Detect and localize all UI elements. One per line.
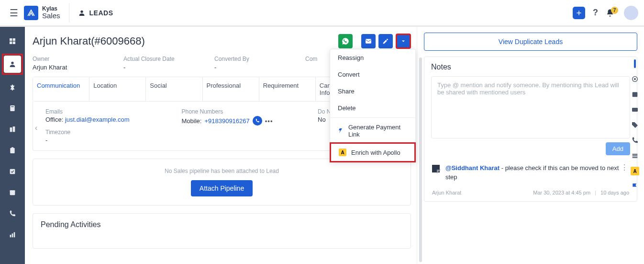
phone-link[interactable]: +918390916267	[204, 117, 249, 125]
rs-icon-target[interactable]	[631, 75, 639, 83]
rail-deals[interactable]	[4, 79, 21, 96]
phone-label: Phone Numbers	[182, 108, 318, 115]
note-age: 10 days ago	[600, 190, 629, 195]
right-panel: View Duplicate Leads Notes Type @ mentio…	[417, 27, 644, 264]
svg-rect-9	[13, 126, 15, 132]
notes-title: Notes	[431, 63, 630, 71]
rail-approve[interactable]	[4, 163, 21, 180]
rail-reports[interactable]	[4, 226, 21, 243]
svg-point-5	[11, 62, 13, 64]
attach-pipeline-button[interactable]: Attach Pipeline	[191, 180, 253, 196]
rs-icon-phone[interactable]	[631, 136, 639, 145]
rs-icon-calendar[interactable]	[631, 90, 639, 99]
rail-contacts[interactable]	[4, 100, 21, 117]
dd-convert[interactable]: Convert	[330, 66, 415, 83]
right-strip: A	[628, 59, 642, 191]
rail-calendar[interactable]	[4, 184, 21, 201]
rail-dashboard[interactable]	[4, 33, 21, 50]
svg-rect-12	[10, 169, 15, 174]
create-button[interactable]	[573, 7, 585, 19]
nav-leads[interactable]: LEADS	[78, 9, 113, 17]
dd-payment-link[interactable]: Generate Payment Link	[330, 119, 415, 143]
note-author: Arjun Kharat	[432, 190, 461, 195]
topbar: ☰ Kylas Sales LEADS ? 7	[0, 0, 644, 27]
nav-leads-label: LEADS	[89, 9, 113, 17]
view-duplicates-button[interactable]: View Duplicate Leads	[424, 33, 637, 51]
note-menu-icon[interactable]: ⋮	[621, 163, 628, 172]
pipeline-box: No Sales pipeline has been attached to L…	[33, 159, 411, 206]
razorpay-icon	[338, 128, 344, 134]
divider	[69, 3, 69, 23]
svg-rect-1	[10, 38, 12, 41]
tab-communication[interactable]: Communication	[33, 77, 89, 101]
svg-rect-22	[632, 108, 638, 112]
note-text: @Siddhant Kharat - please check if this …	[445, 164, 629, 182]
notif-badge: 7	[611, 7, 618, 14]
dd-share[interactable]: Share	[330, 83, 415, 100]
svg-rect-2	[13, 38, 15, 41]
actions-dropdown-button[interactable]	[396, 34, 411, 49]
svg-point-0	[80, 10, 83, 12]
tab-requirement[interactable]: Requirement	[259, 77, 316, 101]
svg-rect-21	[633, 92, 638, 97]
brand-sub: Sales	[42, 12, 60, 20]
dd-reassign[interactable]: Reassign	[330, 49, 415, 66]
person-icon	[78, 9, 86, 17]
svg-rect-8	[10, 127, 12, 132]
rs-icon-tag[interactable]	[631, 121, 639, 129]
add-note-button[interactable]: Add	[606, 142, 630, 155]
email-button[interactable]	[361, 34, 376, 48]
rail-companies[interactable]	[4, 121, 21, 138]
rs-icon-apollo[interactable]: A	[631, 167, 639, 175]
avatar[interactable]	[624, 6, 638, 20]
notes-input[interactable]: Type @ mention and notify someone. By me…	[431, 76, 630, 138]
scrollbar[interactable]	[419, 57, 422, 262]
svg-rect-18	[366, 39, 371, 43]
left-rail	[0, 27, 25, 264]
tz-value: -	[45, 137, 182, 144]
pending-activities: Pending Activities	[33, 213, 411, 249]
email-link[interactable]: just.dial@example.com	[65, 116, 130, 123]
tab-social[interactable]: Social	[146, 77, 202, 101]
notifications-button[interactable]: 7	[606, 9, 614, 17]
svg-rect-16	[12, 233, 13, 237]
hamburger-icon[interactable]: ☰	[6, 3, 22, 23]
owner-value: Arjun Kharat	[33, 64, 114, 71]
edit-button[interactable]	[378, 34, 393, 48]
pipeline-empty-msg: No Sales pipeline has been attached to L…	[42, 168, 402, 174]
svg-rect-3	[10, 42, 12, 44]
note-icon	[432, 165, 440, 172]
rail-leads-highlight	[2, 54, 23, 75]
whatsapp-button[interactable]	[338, 34, 353, 48]
rail-calls[interactable]	[4, 205, 21, 222]
tab-location[interactable]: Location	[89, 77, 146, 101]
chevron-left-icon[interactable]: ‹	[35, 124, 37, 132]
svg-rect-11	[11, 147, 13, 149]
help-icon[interactable]: ?	[593, 8, 598, 18]
svg-point-20	[634, 78, 636, 80]
rs-icon-mail[interactable]	[631, 105, 639, 114]
convby-value: -	[214, 64, 296, 71]
svg-rect-10	[10, 148, 14, 153]
dd-delete[interactable]: Delete	[330, 100, 415, 116]
rail-leads[interactable]	[4, 56, 21, 73]
phone-value: Mobile: +918390916267 •••	[182, 116, 318, 126]
lead-title: Arjun Kharat(#6009668)	[33, 35, 145, 47]
call-icon[interactable]	[253, 116, 262, 126]
dd-enrich-apollo[interactable]: A Enrich with Apollo	[331, 144, 414, 161]
lead-content: Arjun Kharat(#6009668) Reassign Convert …	[25, 27, 417, 264]
note-meta: Arjun Kharat Mar 30, 2023 at 4:45 pm | 1…	[431, 190, 630, 195]
note-mention[interactable]: @Siddhant Kharat	[445, 164, 500, 172]
brand-logo[interactable]: Kylas Sales	[24, 6, 60, 20]
rs-icon-1[interactable]	[634, 59, 636, 68]
rs-icon-flag[interactable]	[631, 182, 639, 191]
tab-professional[interactable]: Professional	[203, 77, 259, 101]
rs-icon-stack[interactable]	[631, 151, 639, 160]
phone-more-icon[interactable]: •••	[265, 117, 273, 125]
svg-rect-17	[14, 232, 15, 238]
actions-dropdown: Reassign Convert Share Delete Generate P…	[330, 49, 416, 162]
notes-widget: Notes Type @ mention and notify someone.…	[424, 57, 637, 202]
closure-label: Actual Closure Date	[123, 56, 205, 62]
rail-tasks[interactable]	[4, 142, 21, 159]
emails-label: Emails	[45, 108, 182, 115]
